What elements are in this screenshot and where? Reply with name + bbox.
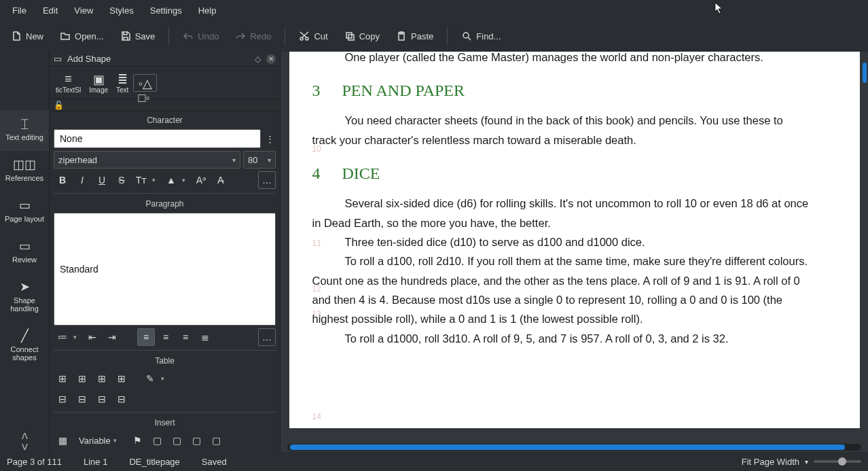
new-button[interactable]: New (4, 27, 50, 46)
redo-button[interactable]: Redo (228, 27, 278, 46)
status-template[interactable]: DE_titlepage (129, 457, 179, 467)
align-center-button[interactable]: ≡ (157, 328, 175, 346)
undo-button[interactable]: Undo (176, 27, 225, 46)
save-icon (120, 31, 131, 41)
close-panel-button[interactable]: ✕ (266, 54, 276, 64)
character-section-label: Character (54, 114, 276, 126)
char-more-button[interactable]: … (258, 171, 276, 189)
image-shape-button[interactable]: ▣ Image (86, 70, 111, 96)
insert-table-button[interactable]: ▦ (54, 432, 71, 449)
cut-button[interactable]: Cut (292, 27, 334, 46)
char-style-dropdown-icon[interactable]: ⋮ (264, 129, 276, 148)
insert-special-a-button[interactable]: ▢ (149, 432, 166, 449)
svg-point-0 (300, 37, 303, 40)
insert-row-below-button[interactable]: ⊞ (73, 370, 91, 387)
menu-help[interactable]: Help (190, 1, 225, 20)
underline-button[interactable]: U (93, 171, 111, 189)
rail-page-layout[interactable]: ▭ Page layout (0, 192, 49, 232)
zoom-slider[interactable] (814, 460, 861, 463)
open-button[interactable]: Open... (53, 27, 111, 46)
copy-button[interactable]: Copy (338, 27, 386, 46)
para-more-button[interactable]: … (258, 328, 276, 346)
menu-view[interactable]: View (66, 1, 101, 20)
text-shape-button[interactable]: ≣ Text (113, 70, 132, 96)
rail-references[interactable]: ◫◫ References (0, 151, 49, 192)
insert-special-d-button[interactable]: ▢ (208, 432, 225, 449)
chevron-down-icon[interactable]: ▾ (805, 458, 808, 466)
document-viewport[interactable]: One player (called the Game Master) mana… (281, 52, 868, 442)
superscript-button[interactable]: Aᵃ (192, 171, 210, 189)
table-section-label: Table (54, 355, 276, 367)
rail-review[interactable]: ▭ Review (0, 232, 49, 273)
scroll-thumb[interactable] (863, 63, 867, 83)
pin-icon[interactable]: ◇ (255, 54, 261, 64)
horizontal-scrollbar[interactable] (287, 444, 861, 451)
rail-connect-shapes[interactable]: ╱ Connect shapes (0, 322, 49, 371)
strikethrough-button[interactable]: S (113, 171, 130, 189)
tictext-shape-button[interactable]: ≡ ticTextSl (52, 70, 84, 96)
zoom-mode-label[interactable]: Fit Page Width (742, 457, 799, 467)
insert-variable-button[interactable]: Variable ▾ (73, 432, 127, 449)
font-size-combo[interactable]: 80 ▾ (243, 151, 276, 169)
paragraph-style-input[interactable] (54, 213, 276, 326)
lock-icon[interactable]: 🔓 (54, 101, 64, 110)
paste-button[interactable]: Paste (389, 27, 440, 46)
chevron-down-icon[interactable]: ▾ (73, 334, 82, 341)
status-page[interactable]: Page 3 of 111 (7, 457, 62, 467)
border-color-button[interactable]: ✎ (141, 370, 159, 387)
list-button[interactable]: ≔ (54, 328, 71, 346)
insert-col-right-button[interactable]: ⊞ (113, 370, 130, 387)
insert-special-b-button[interactable]: ▢ (168, 432, 186, 449)
vertical-scrollbar[interactable] (861, 56, 867, 436)
text-color-button[interactable]: ▲ (162, 171, 180, 189)
clear-format-button[interactable]: A̶ (212, 171, 230, 189)
find-button[interactable]: Find... (454, 27, 507, 46)
merge-cells-button[interactable]: ⊟ (93, 390, 111, 408)
insert-bookmark-button[interactable]: ⚑ (129, 432, 147, 449)
delete-col-button[interactable]: ⊟ (73, 390, 91, 408)
menu-styles[interactable]: Styles (101, 1, 141, 20)
split-cells-button[interactable]: ⊟ (113, 390, 130, 408)
font-name-combo[interactable]: ziperhead ▾ (54, 151, 240, 169)
chevron-down-icon[interactable]: ▾ (161, 375, 169, 382)
body-text: To roll a d1000, roll 3d10. A roll of 9,… (345, 332, 729, 345)
rail-up-button[interactable]: ᐱ (0, 430, 49, 441)
align-left-button[interactable]: ≡ (137, 328, 155, 346)
open-label: Open... (75, 31, 104, 41)
chevron-down-icon: ▾ (232, 156, 236, 164)
indent-button[interactable]: ⇥ (103, 328, 121, 346)
outdent-button[interactable]: ⇤ (84, 328, 101, 346)
undo-icon (183, 31, 194, 41)
insert-row-above-button[interactable]: ⊞ (54, 370, 71, 387)
menu-edit[interactable]: Edit (35, 1, 66, 20)
insert-special-c-button[interactable]: ▢ (188, 432, 206, 449)
rail-text-editing[interactable]: ⌶ Text editing (0, 110, 49, 151)
rail-down-button[interactable]: ᐯ (0, 441, 49, 452)
save-button[interactable]: Save (113, 27, 162, 46)
align-right-button[interactable]: ≡ (177, 328, 194, 346)
add-shape-header: ▭ Add Shape ◇ ✕ (50, 52, 280, 67)
svg-point-6 (463, 33, 469, 38)
lines-icon: ≡ (65, 72, 72, 86)
shapes-grid-button[interactable]: ◦△□◦ (133, 74, 156, 92)
status-line[interactable]: Line 1 (84, 457, 107, 467)
rail-shape-handling[interactable]: ➤ Shape handling (0, 273, 49, 322)
slider-knob[interactable] (838, 457, 846, 466)
new-label: New (26, 31, 43, 41)
align-justify-button[interactable]: ≣ (196, 328, 214, 346)
menu-settings[interactable]: Settings (142, 1, 190, 20)
character-style-input[interactable] (54, 129, 261, 148)
delete-row-button[interactable]: ⊟ (54, 390, 71, 408)
review-icon: ▭ (19, 239, 31, 253)
separator (168, 27, 169, 46)
insert-col-left-button[interactable]: ⊞ (93, 370, 111, 387)
bold-button[interactable]: B (54, 171, 71, 189)
paragraph-section-label: Paragraph (54, 198, 276, 210)
document-page[interactable]: One player (called the Game Master) mana… (289, 52, 860, 428)
chevron-down-icon[interactable]: ▾ (152, 177, 160, 184)
menu-file[interactable]: File (4, 1, 35, 20)
italic-button[interactable]: I (73, 171, 91, 189)
chevron-down-icon[interactable]: ▾ (182, 177, 190, 184)
scroll-thumb[interactable] (290, 444, 845, 450)
text-size-button[interactable]: Tᴛ (132, 171, 150, 189)
